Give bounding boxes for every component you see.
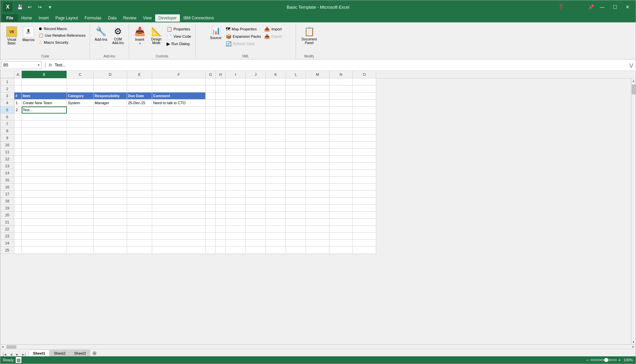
cell-l3[interactable]	[286, 93, 306, 100]
add-sheet-button[interactable]: ⊕	[90, 350, 99, 356]
cell-b3[interactable]: Item	[22, 93, 67, 100]
cell-m3[interactable]	[306, 93, 329, 100]
insert-control-button[interactable]: 📥 Insert ▼	[132, 25, 148, 46]
redo-button[interactable]: ↪	[35, 2, 44, 12]
row-header-3[interactable]: 3	[0, 93, 14, 100]
col-header-g[interactable]: G	[206, 71, 216, 78]
cell-e4[interactable]: 25-Dec-15	[127, 100, 152, 107]
cell-e2[interactable]	[127, 85, 152, 93]
row-header-8[interactable]: 8	[0, 128, 14, 135]
vertical-scrollbar[interactable]: ▲ ▼	[631, 78, 636, 344]
row-header-7[interactable]: 7	[0, 121, 14, 128]
cell-d3[interactable]: Responsibility	[94, 93, 127, 100]
row-header-6[interactable]: 6	[0, 114, 14, 121]
menu-ibm[interactable]: IBM Connections	[180, 14, 217, 22]
menu-file[interactable]: File	[2, 14, 18, 22]
cell-j4[interactable]	[246, 100, 266, 107]
prev-sheet-button[interactable]: ◄	[9, 353, 14, 356]
col-header-o[interactable]: O	[353, 71, 376, 78]
cell-n2[interactable]	[329, 85, 353, 93]
add-ins-button[interactable]: 🔧 Add-Ins	[93, 25, 109, 43]
cell-n5[interactable]	[329, 107, 353, 114]
cell-c3[interactable]: Category	[67, 93, 94, 100]
menu-view[interactable]: View	[140, 14, 155, 22]
cell-m2[interactable]	[306, 85, 329, 93]
cell-g2[interactable]	[206, 85, 216, 93]
menu-page-layout[interactable]: Page Layout	[52, 14, 81, 22]
cell-d5[interactable]	[94, 107, 127, 114]
col-header-h[interactable]: H	[216, 71, 226, 78]
cell-o5[interactable]	[353, 107, 376, 114]
col-header-i[interactable]: I	[226, 71, 246, 78]
name-box-arrow[interactable]: ▼	[37, 63, 40, 67]
cell-h3[interactable]	[216, 93, 226, 100]
row-header-1[interactable]: 1	[0, 78, 14, 85]
col-header-m[interactable]: M	[306, 71, 329, 78]
row-header-2[interactable]: 2	[0, 85, 14, 93]
cell-a5[interactable]: 2	[14, 107, 22, 114]
scroll-up-button[interactable]: ▲	[631, 78, 636, 83]
cell-i2[interactable]	[226, 85, 246, 93]
col-header-k[interactable]: K	[266, 71, 286, 78]
cell-j3[interactable]	[246, 93, 266, 100]
name-box[interactable]: B5 ▼	[2, 61, 42, 69]
refresh-data-button[interactable]: 🔄 Refresh Data	[224, 40, 262, 47]
cell-k2[interactable]	[266, 85, 286, 93]
cell-a2[interactable]	[14, 85, 22, 93]
cell-o1[interactable]	[353, 78, 376, 85]
cell-h4[interactable]	[216, 100, 226, 107]
first-sheet-button[interactable]: |◄	[2, 353, 8, 356]
design-mode-button[interactable]: 📐 DesignMode	[148, 25, 165, 46]
formula-expand-button[interactable]: ⋁	[629, 62, 633, 68]
export-button[interactable]: 📤 Export	[263, 33, 283, 40]
row-header-24[interactable]: 24	[0, 240, 14, 247]
sheet-tab-sheet1[interactable]: Sheet1	[29, 350, 49, 356]
row-header-10[interactable]: 10	[0, 142, 14, 149]
cell-g4[interactable]	[206, 100, 216, 107]
cell-f5[interactable]	[152, 107, 206, 114]
cell-o3[interactable]	[353, 93, 376, 100]
next-sheet-button[interactable]: ►	[14, 353, 20, 356]
row-header-9[interactable]: 9	[0, 135, 14, 142]
cell-n3[interactable]	[329, 93, 353, 100]
cell-a4[interactable]: 1	[14, 100, 22, 107]
customize-quick-access-button[interactable]: ▾	[45, 2, 55, 12]
cell-l1[interactable]	[286, 78, 306, 85]
row-header-4[interactable]: 4	[0, 100, 14, 107]
cell-b4[interactable]: Create New Team	[22, 100, 67, 107]
cell-c1[interactable]	[67, 78, 94, 85]
row-header-12[interactable]: 12	[0, 156, 14, 163]
col-header-e[interactable]: E	[127, 71, 152, 78]
scroll-down-button[interactable]: ▼	[631, 340, 636, 344]
cell-l5[interactable]	[286, 107, 306, 114]
document-panel-button[interactable]: 📋 DocumentPanel	[300, 25, 319, 46]
menu-review[interactable]: Review	[120, 14, 139, 22]
menu-developer[interactable]: Developer	[155, 14, 180, 22]
cell-j1[interactable]	[246, 78, 266, 85]
cell-d2[interactable]	[94, 85, 127, 93]
scroll-left-button[interactable]: ◄	[0, 345, 5, 349]
use-relative-references-button[interactable]: 📋 Use Relative References	[37, 32, 87, 38]
map-properties-button[interactable]: 🗺 Map Properties	[224, 26, 262, 32]
cell-i5[interactable]	[226, 107, 246, 114]
cell-i3[interactable]	[226, 93, 246, 100]
row-header-22[interactable]: 22	[0, 226, 14, 233]
cell-l2[interactable]	[286, 85, 306, 93]
row-header-14[interactable]: 14	[0, 170, 14, 177]
menu-home[interactable]: Home	[18, 14, 35, 22]
row-header-23[interactable]: 23	[0, 233, 14, 240]
import-button[interactable]: 📥 Import	[263, 26, 283, 32]
save-button[interactable]: 💾	[15, 2, 24, 12]
cell-k1[interactable]	[266, 78, 286, 85]
zoom-thumb[interactable]	[604, 358, 608, 362]
sheet-tab-sheet3[interactable]: Sheet3	[70, 350, 90, 356]
row-header-17[interactable]: 17	[0, 191, 14, 198]
run-dialog-button[interactable]: ▶ Run Dialog	[165, 40, 193, 47]
col-header-f[interactable]: F	[152, 71, 206, 78]
scroll-track[interactable]	[631, 83, 636, 340]
cell-n4[interactable]	[329, 100, 353, 107]
macros-button[interactable]: ▐▌ REC Macros	[20, 25, 36, 43]
h-scroll-thumb[interactable]	[6, 345, 16, 349]
cell-h2[interactable]	[216, 85, 226, 93]
status-page-view-icon[interactable]: ▦	[16, 357, 21, 363]
